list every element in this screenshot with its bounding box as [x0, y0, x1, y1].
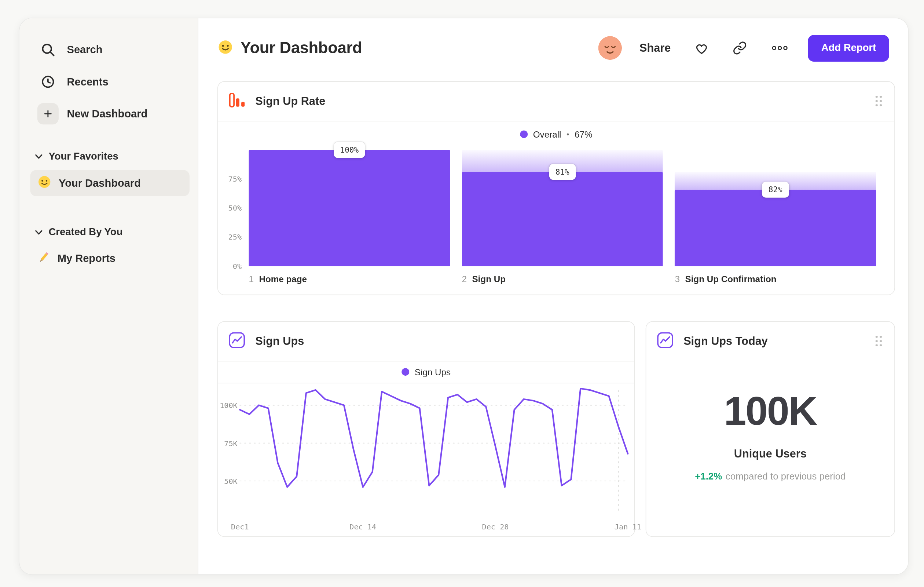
line-chart-icon [656, 331, 674, 351]
dashboard-emoji-icon [218, 39, 234, 57]
clock-icon [37, 74, 59, 89]
more-options-icon[interactable] [771, 41, 789, 55]
card-sign-ups-today: Sign Ups Today 100K Unique Users +1.2%co… [646, 321, 895, 537]
copy-link-icon[interactable] [733, 41, 747, 55]
favorite-dashboard-label: Your Dashboard [59, 177, 141, 189]
legend-series-name: Sign Ups [415, 367, 450, 377]
sidebar: Search Recents New D [20, 18, 198, 574]
page-title: Your Dashboard [241, 39, 362, 57]
card-sign-up-rate-header: Sign Up Rate [218, 82, 894, 121]
search-icon [37, 42, 59, 58]
sidebar-item-new-dashboard[interactable]: New Dashboard [30, 98, 190, 130]
card-title: Sign Ups [255, 335, 304, 348]
dashboard-header: Your Dashboard Share [218, 34, 889, 62]
y-tick-label: 25% [228, 233, 242, 241]
legend-separator: • [566, 129, 569, 138]
sidebar-item-my-reports[interactable]: My Reports [30, 245, 190, 272]
sign-ups-series-line[interactable] [240, 389, 628, 487]
chevron-down-icon [35, 150, 43, 162]
bar-chart-icon [228, 91, 246, 112]
legend-series-name: Overall [533, 129, 561, 139]
funnel-value-label: 100% [334, 142, 365, 158]
plus-icon [37, 103, 59, 124]
share-button[interactable]: Share [639, 41, 671, 55]
legend-overall-value: 67% [574, 129, 592, 139]
card-title: Sign Ups Today [683, 335, 768, 348]
funnel-bar[interactable] [462, 172, 663, 266]
sidebar-item-search[interactable]: Search [30, 34, 190, 66]
y-tick-label: 0% [233, 261, 242, 270]
card-title: Sign Up Rate [255, 95, 325, 108]
delta-note: compared to previous period [726, 471, 846, 481]
delta-value: +1.2% [695, 471, 722, 481]
smiley-emoji-icon [37, 175, 52, 192]
app-window: Search Recents New D [19, 18, 909, 575]
x-tick-label: Dec 28 [482, 522, 509, 531]
y-tick-label: 50K [224, 476, 237, 485]
y-tick-label: 100K [219, 401, 238, 409]
sidebar-section-created-by-you[interactable]: Created By You [30, 222, 190, 243]
line-x-axis: Dec1Dec 14Dec 28Jan 11 [240, 522, 628, 532]
big-number-value: 100K [646, 388, 894, 433]
main-content: Your Dashboard Share [198, 18, 908, 574]
sidebar-item-recents[interactable]: Recents [30, 66, 190, 98]
line-plot [240, 387, 628, 517]
sidebar-item-your-dashboard[interactable]: Your Dashboard [30, 170, 190, 196]
funnel-y-axis: 75%50%25%0% [218, 150, 242, 266]
funnel-value-label: 82% [762, 182, 789, 198]
sidebar-section-favorites[interactable]: Your Favorites [30, 146, 190, 167]
page: Search Recents New D [0, 0, 924, 587]
header-actions: Share [598, 35, 889, 61]
chevron-down-icon [35, 227, 43, 238]
line-legend: Sign Ups [218, 361, 634, 384]
x-tick-label: Dec 14 [350, 522, 376, 531]
card-sign-ups-header: Sign Ups [218, 322, 634, 361]
x-tick-label: Dec1 [231, 522, 249, 531]
funnel-bar[interactable] [249, 150, 450, 266]
line-y-axis: 100K75K50K [218, 387, 237, 517]
big-number-delta-row: +1.2%compared to previous period [646, 471, 894, 482]
my-reports-label: My Reports [58, 252, 116, 265]
drag-handle-icon[interactable] [876, 96, 883, 107]
funnel-step-label: 1Home page [249, 274, 307, 284]
funnel-step-label: 3Sign Up Confirmation [675, 274, 776, 284]
favorites-header-label: Your Favorites [48, 150, 118, 162]
card-sign-ups-today-header: Sign Ups Today [646, 322, 894, 361]
created-header-label: Created By You [48, 227, 122, 238]
funnel-plot: 100%81%82% [249, 150, 876, 266]
sidebar-new-dashboard-label: New Dashboard [67, 107, 148, 120]
legend-dot [520, 130, 528, 138]
funnel-value-label: 81% [549, 164, 576, 180]
card-sign-up-rate: Sign Up Rate Overall • 67% 75%50%25%0% 1… [218, 81, 895, 295]
y-tick-label: 50% [228, 203, 242, 212]
y-tick-label: 75% [228, 175, 242, 184]
funnel-x-axis: 1Home page2Sign Up3Sign Up Confirmation [249, 274, 876, 287]
avatar[interactable] [598, 36, 622, 60]
legend-dot [401, 368, 409, 376]
big-number-label: Unique Users [646, 448, 894, 461]
favorite-heart-icon[interactable] [695, 41, 709, 55]
y-tick-label: 75K [224, 439, 237, 448]
sidebar-recents-label: Recents [67, 76, 109, 88]
sidebar-search-label: Search [67, 44, 103, 56]
funnel-legend: Overall • 67% [218, 121, 894, 147]
funnel-bar[interactable] [675, 189, 876, 266]
sign-ups-chart [240, 387, 628, 517]
pencil-emoji-icon [37, 250, 51, 266]
add-report-button[interactable]: Add Report [808, 35, 889, 61]
drag-handle-icon[interactable] [876, 336, 883, 347]
line-chart-icon [228, 331, 246, 351]
funnel-step-label: 2Sign Up [462, 274, 506, 284]
x-tick-label: Jan 11 [615, 522, 641, 531]
card-sign-ups: Sign Ups Sign Ups 100K75K50K Dec1Dec 14D… [218, 321, 635, 537]
